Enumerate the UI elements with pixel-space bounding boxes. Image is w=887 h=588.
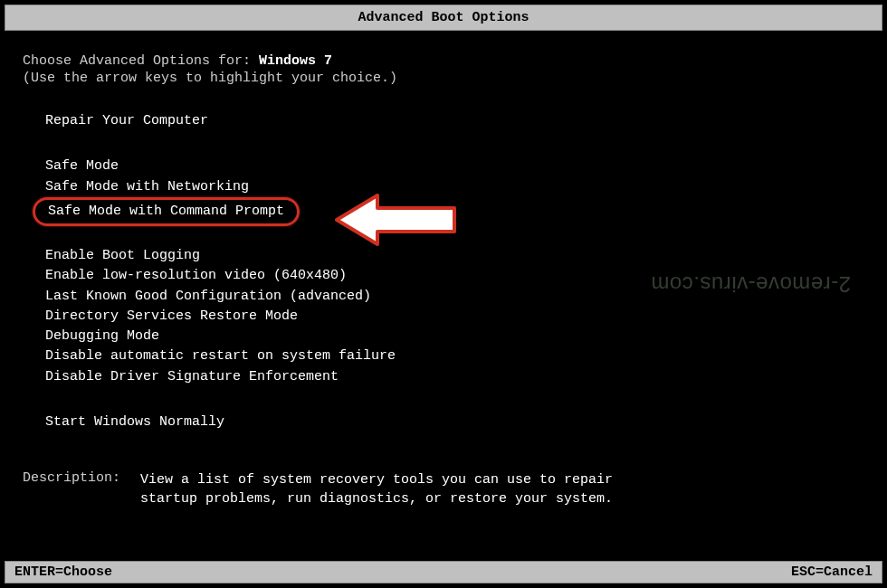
prompt-line: Choose Advanced Options for: Windows 7	[23, 53, 864, 69]
content-area: Choose Advanced Options for: Windows 7 (…	[0, 35, 887, 526]
description-block: Description: View a list of system recov…	[23, 470, 864, 508]
hint-line: (Use the arrow keys to highlight your ch…	[23, 71, 864, 86]
os-name: Windows 7	[259, 53, 332, 69]
title-text: Advanced Boot Options	[358, 10, 529, 25]
footer-bar: ENTER=Choose ESC=Cancel	[5, 561, 882, 583]
option-safe-mode-command-prompt[interactable]: Safe Mode with Command Prompt	[33, 197, 300, 226]
group-advanced: Enable Boot Logging Enable low-resolutio…	[45, 246, 864, 387]
footer-enter: ENTER=Choose	[14, 564, 112, 580]
title-bar: Advanced Boot Options	[5, 5, 882, 31]
option-boot-logging[interactable]: Enable Boot Logging	[40, 246, 205, 266]
option-disable-auto-restart[interactable]: Disable automatic restart on system fail…	[40, 346, 401, 366]
option-low-res-video[interactable]: Enable low-resolution video (640x480)	[40, 266, 352, 286]
group-repair: Repair Your Computer	[45, 111, 864, 131]
option-safe-mode[interactable]: Safe Mode	[40, 156, 124, 176]
prompt-prefix: Choose Advanced Options for:	[23, 53, 259, 69]
description-text: View a list of system recovery tools you…	[140, 470, 647, 508]
option-disable-driver-sig[interactable]: Disable Driver Signature Enforcement	[40, 367, 344, 387]
option-last-known-good[interactable]: Last Known Good Configuration (advanced)	[40, 287, 377, 307]
option-ds-restore[interactable]: Directory Services Restore Mode	[40, 307, 303, 327]
group-normal: Start Windows Normally	[45, 413, 864, 432]
option-debugging[interactable]: Debugging Mode	[40, 327, 165, 346]
description-label: Description:	[23, 470, 140, 508]
option-start-normally[interactable]: Start Windows Normally	[40, 413, 230, 432]
option-repair[interactable]: Repair Your Computer	[40, 111, 214, 131]
option-safe-mode-networking[interactable]: Safe Mode with Networking	[40, 177, 254, 197]
group-safe-modes: Safe Mode Safe Mode with Networking Safe…	[45, 156, 864, 226]
footer-esc: ESC=Cancel	[791, 564, 873, 580]
